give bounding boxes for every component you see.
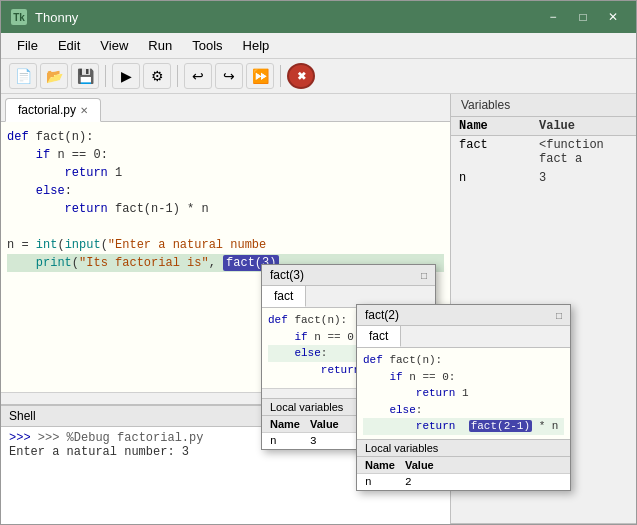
code-line-3: return 1 — [7, 164, 444, 182]
shell-prompt-1: >>> — [9, 431, 38, 445]
var-name-fact: fact — [459, 138, 539, 166]
fact2-var-value-n: 2 — [405, 476, 562, 488]
window-title: Thonny — [35, 10, 78, 25]
code-line-2: if n == 0: — [7, 146, 444, 164]
fact2-line-1: def fact(n): — [363, 352, 564, 369]
fact2-line-2: if n == 0: — [363, 369, 564, 386]
code-line-1: def fact(n): — [7, 128, 444, 146]
menu-file[interactable]: File — [9, 35, 46, 56]
fact2-tab-bar: fact — [357, 326, 570, 348]
fact2-window: fact(2) □ fact def fact(n): if n == 0: r… — [356, 304, 571, 491]
fact2-highlight-span: fact(2-1) — [469, 420, 532, 432]
fact2-var-section: Local variables Name Value n 2 — [357, 439, 570, 490]
open-button[interactable]: 📂 — [40, 63, 68, 89]
var-header-name: Name — [459, 119, 539, 133]
var-row-fact: fact <function fact a — [451, 136, 636, 169]
fact2-line-3: return 1 — [363, 385, 564, 402]
app-icon: Tk — [11, 9, 27, 25]
fact2-line-4: else: — [363, 402, 564, 419]
fact2-editor[interactable]: def fact(n): if n == 0: return 1 else: r… — [357, 348, 570, 439]
variables-header: Name Value — [451, 117, 636, 136]
menu-edit[interactable]: Edit — [50, 35, 88, 56]
var-row-n: n 3 — [451, 169, 636, 188]
fact3-title-text: fact(3) — [270, 268, 304, 282]
debug-button[interactable]: ⚙ — [143, 63, 171, 89]
maximize-button[interactable]: □ — [570, 8, 596, 26]
editor-tab-bar: factorial.py ✕ — [1, 94, 450, 122]
var-value-fact: <function fact a — [539, 138, 628, 166]
code-line-4: else: — [7, 182, 444, 200]
step-into-button[interactable]: ↪ — [215, 63, 243, 89]
editor-tab-factorial[interactable]: factorial.py ✕ — [5, 98, 101, 122]
fact3-var-header-name: Name — [270, 418, 310, 430]
toolbar: 📄 📂 💾 ▶ ⚙ ↩ ↪ ⏩ ✖ — [1, 59, 636, 94]
fact2-local-vars-title: Local variables — [357, 440, 570, 457]
tab-label: factorial.py — [18, 103, 76, 117]
toolbar-separator-2 — [177, 65, 178, 87]
minimize-button[interactable]: − — [540, 8, 566, 26]
save-button[interactable]: 💾 — [71, 63, 99, 89]
title-bar-left: Tk Thonny — [11, 9, 78, 25]
main-window: Tk Thonny − □ ✕ File Edit View Run Tools… — [0, 0, 637, 525]
fact2-var-header: Name Value — [357, 457, 570, 474]
title-bar: Tk Thonny − □ ✕ — [1, 1, 636, 33]
stop-button[interactable]: ✖ — [287, 63, 315, 89]
fact2-var-header-value: Value — [405, 459, 562, 471]
menu-view[interactable]: View — [92, 35, 136, 56]
close-button[interactable]: ✕ — [600, 8, 626, 26]
tab-close-icon[interactable]: ✕ — [80, 105, 88, 116]
toolbar-separator-1 — [105, 65, 106, 87]
var-header-value: Value — [539, 119, 628, 133]
code-line-5: return fact(n-1) * n — [7, 200, 444, 218]
fact3-close-icon[interactable]: □ — [421, 270, 427, 281]
run-button[interactable]: ▶ — [112, 63, 140, 89]
code-line-6 — [7, 218, 444, 236]
var-value-n: 3 — [539, 171, 628, 185]
new-file-button[interactable]: 📄 — [9, 63, 37, 89]
fact2-var-header-name: Name — [365, 459, 405, 471]
var-name-n: n — [459, 171, 539, 185]
fact2-var-row-n: n 2 — [357, 474, 570, 490]
fact3-var-name-n: n — [270, 435, 310, 447]
fact2-line-5: return fact(2-1) * n — [363, 418, 564, 435]
fact2-tab[interactable]: fact — [357, 326, 401, 347]
title-controls: − □ ✕ — [540, 8, 626, 26]
step-over-button[interactable]: ↩ — [184, 63, 212, 89]
fact2-title-bar: fact(2) □ — [357, 305, 570, 326]
fact3-title-bar: fact(3) □ — [262, 265, 435, 286]
variables-panel-title: Variables — [451, 94, 636, 117]
menu-help[interactable]: Help — [235, 35, 278, 56]
menu-tools[interactable]: Tools — [184, 35, 230, 56]
fact2-title-text: fact(2) — [365, 308, 399, 322]
main-area: factorial.py ✕ def fact(n): if n == 0: r… — [1, 94, 636, 524]
fact2-var-name-n: n — [365, 476, 405, 488]
fact2-close-icon[interactable]: □ — [556, 310, 562, 321]
fact3-tab[interactable]: fact — [262, 286, 306, 307]
menu-run[interactable]: Run — [140, 35, 180, 56]
menu-bar: File Edit View Run Tools Help — [1, 33, 636, 59]
code-line-7: n = int(input("Enter a natural numbe — [7, 236, 444, 254]
toolbar-separator-3 — [280, 65, 281, 87]
shell-output-1: Enter a natural number: 3 — [9, 445, 189, 459]
shell-command-1: >>> %Debug factorial.py — [38, 431, 204, 445]
step-out-button[interactable]: ⏩ — [246, 63, 274, 89]
